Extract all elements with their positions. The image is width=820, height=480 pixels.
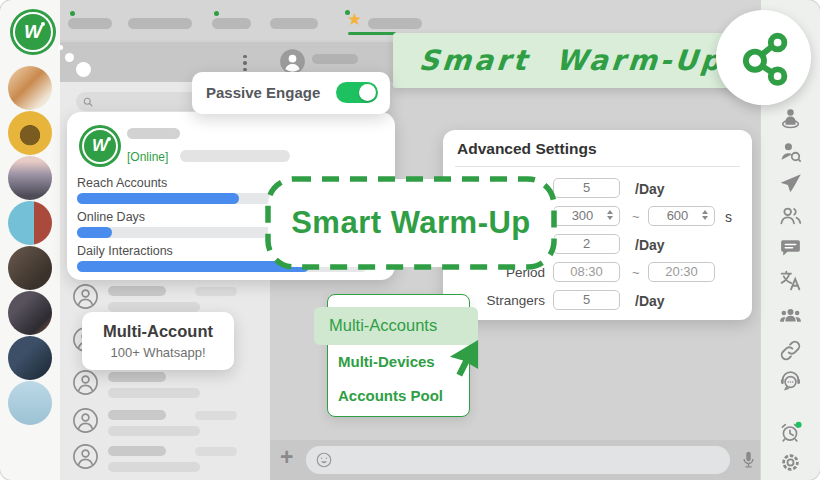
user-status-icon[interactable] <box>778 105 803 130</box>
progress-fill <box>77 227 112 238</box>
avatar[interactable] <box>8 156 52 200</box>
tab-placeholder[interactable] <box>68 18 112 29</box>
smart-warmup-stamp-title: Smart Warm-Up <box>264 175 558 271</box>
active-tab-underline <box>348 32 396 35</box>
multi-account-card: Multi-Account 100+ Whatsapp! <box>82 312 234 370</box>
metric-label: Daily Interactions <box>77 244 173 258</box>
bubble-dot <box>76 62 91 77</box>
contact-name-placeholder <box>312 54 358 64</box>
microphone-icon[interactable] <box>738 449 759 470</box>
contact-placeholder-icon <box>72 283 99 310</box>
send-icon[interactable] <box>778 171 803 196</box>
passive-engage-label: Passive Engage <box>206 84 320 101</box>
tab-placeholder[interactable] <box>128 18 192 29</box>
app-logo-small: W <box>79 125 121 167</box>
chat-list-item[interactable] <box>60 369 270 409</box>
support-icon[interactable] <box>778 368 803 393</box>
account-name-placeholder <box>127 128 180 139</box>
setting-suffix: /Day <box>635 237 665 253</box>
chat-icon[interactable] <box>778 235 803 260</box>
message-input[interactable] <box>306 446 730 474</box>
menu-item-label: Multi-Accounts <box>329 316 437 335</box>
avatar[interactable] <box>8 336 52 380</box>
emoji-icon[interactable] <box>315 451 333 469</box>
search-icon <box>82 96 94 108</box>
promo-banner: Smart Warm-Up <box>393 33 749 88</box>
setting-suffix: /Day <box>635 293 665 309</box>
tab-active-placeholder[interactable] <box>368 18 422 29</box>
chat-list-item[interactable] <box>60 407 270 447</box>
range-tilde: ~ <box>632 209 640 224</box>
metric-label: Reach Accounts <box>77 176 167 190</box>
account-rail: W <box>0 0 60 480</box>
share-badge <box>716 10 811 105</box>
notification-dot-icon <box>796 422 802 428</box>
bubble-dot <box>58 45 63 50</box>
avatar[interactable] <box>8 381 52 425</box>
app-window: ★ <box>0 0 820 480</box>
setting-suffix: /Day <box>635 181 665 197</box>
multi-account-subtitle: 100+ Whatsapp! <box>82 345 234 360</box>
user-search-icon[interactable] <box>778 139 803 164</box>
share-icon <box>735 29 793 87</box>
translate-icon[interactable] <box>778 268 803 293</box>
avatar[interactable] <box>8 66 52 110</box>
period-start-input[interactable]: 08:30 <box>553 262 620 282</box>
contact-placeholder-icon <box>72 443 99 470</box>
metric-label: Online Days <box>77 210 145 224</box>
bubble-dot <box>65 53 74 62</box>
tab-placeholder[interactable] <box>270 18 318 29</box>
avatar[interactable] <box>8 291 52 335</box>
setting-unit: s <box>725 209 732 225</box>
setting-label: Strangers <box>457 293 545 308</box>
unread-dot-icon <box>70 11 75 16</box>
alarm-icon[interactable] <box>778 420 803 445</box>
tab-placeholder[interactable] <box>212 18 251 29</box>
strangers-input[interactable]: 5 <box>553 290 620 310</box>
per-day-input-1[interactable]: 5 <box>553 178 620 198</box>
cursor-pointer-icon <box>448 338 480 380</box>
avatar[interactable] <box>8 111 52 155</box>
unread-dot-icon <box>214 11 219 16</box>
contact-avatar-icon[interactable] <box>279 48 306 75</box>
group-icon[interactable] <box>778 303 803 328</box>
progress-fill <box>77 193 239 204</box>
per-day-input-2[interactable]: 2 <box>553 234 620 254</box>
menu-item-multi-devices[interactable]: Multi-Devices <box>338 353 435 370</box>
multi-account-title: Multi-Account <box>82 322 234 341</box>
setting-row: Strangers 5 /Day <box>457 290 738 310</box>
passive-engage-card: Passive Engage <box>192 72 390 114</box>
range-tilde: ~ <box>632 265 640 280</box>
attach-plus-icon[interactable]: + <box>280 444 293 471</box>
message-input-bar: + <box>270 440 760 480</box>
divider <box>455 166 740 167</box>
advanced-settings-title: Advanced Settings <box>457 140 597 158</box>
contact-placeholder-icon <box>72 369 99 396</box>
contact-placeholder-icon <box>72 407 99 434</box>
online-status-label: [Online] <box>127 150 168 164</box>
link-icon[interactable] <box>778 338 803 363</box>
avatar[interactable] <box>8 246 52 290</box>
period-end-input[interactable]: 20:30 <box>648 262 715 282</box>
settings-icon[interactable] <box>778 450 803 475</box>
chat-list-item[interactable] <box>60 443 270 480</box>
app-logo[interactable]: W <box>10 9 56 55</box>
account-info-placeholder <box>180 150 290 162</box>
star-icon[interactable]: ★ <box>347 11 362 28</box>
smart-warmup-stamp: Smart Warm-Up <box>264 175 558 271</box>
promo-banner-title: Smart Warm-Up <box>417 44 724 77</box>
contacts-icon[interactable] <box>778 203 803 228</box>
passive-engage-toggle[interactable] <box>336 82 378 103</box>
menu-item-accounts-pool[interactable]: Accounts Pool <box>338 387 443 404</box>
avatar[interactable] <box>8 201 52 245</box>
